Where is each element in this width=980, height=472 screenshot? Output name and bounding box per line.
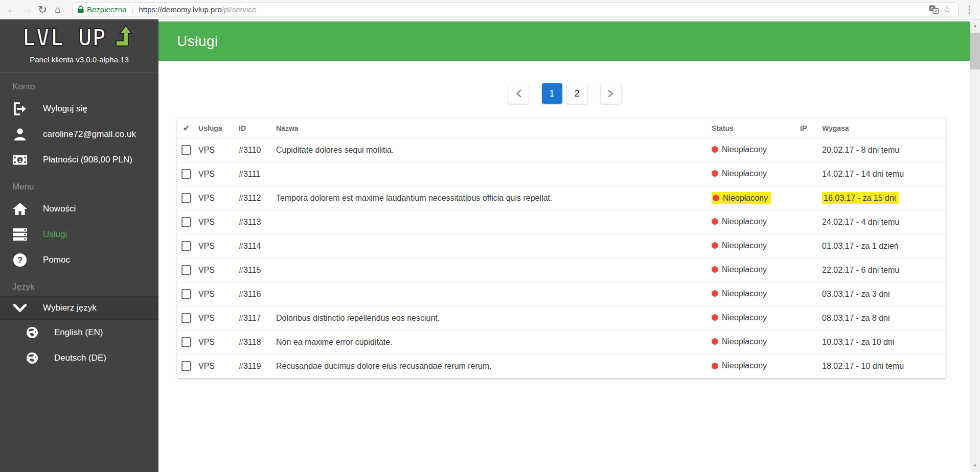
pagination-next-button[interactable] [601, 83, 621, 104]
col-id: ID [239, 119, 276, 138]
pagination: 1 2 [158, 83, 970, 104]
service-type: VPS [198, 162, 239, 186]
row-checkbox[interactable] [181, 361, 191, 371]
sidebar-item-logout[interactable]: Wyloguj się [0, 96, 158, 122]
row-checkbox[interactable] [181, 337, 191, 347]
status-badge: Nieopłacony [712, 192, 771, 204]
page-header: Usługi [158, 21, 970, 61]
sidebar-item-label: Wyloguj się [43, 104, 87, 114]
translate-icon[interactable]: G [927, 5, 940, 14]
chevron-left-icon [515, 89, 521, 98]
status-dot-icon [712, 146, 718, 153]
sidebar-item-help[interactable]: ? Pomoc [0, 247, 158, 273]
home-chrome-icon[interactable]: ⌂ [50, 2, 65, 17]
pagination-pages: 1 2 [542, 83, 587, 104]
sidebar-item-services[interactable]: Usługi [0, 222, 158, 247]
service-type: VPS [198, 186, 239, 210]
col-name: Nazwa [276, 119, 712, 138]
user-icon [12, 127, 28, 141]
service-name [276, 258, 712, 282]
row-checkbox[interactable] [181, 145, 191, 155]
sidebar-item-payments[interactable]: 1 Płatności (908,00 PLN) [0, 147, 158, 173]
status-label: Nieopłacony [722, 313, 767, 322]
row-checkbox[interactable] [181, 169, 191, 179]
pagination-prev-button[interactable] [508, 83, 529, 104]
service-ip [800, 186, 822, 210]
service-name [276, 162, 712, 186]
col-service: Usługa [198, 119, 239, 138]
browser-menu-icon[interactable]: ⋮ [963, 4, 976, 15]
sidebar-item-lang-english[interactable]: English (EN) [0, 320, 158, 345]
pagination-page-1[interactable]: 1 [542, 83, 562, 104]
main-content: Usługi 1 2 [158, 19, 970, 472]
service-id: #3110 [239, 138, 276, 162]
payments-icon: 1 [12, 154, 28, 166]
sidebar-item-news[interactable]: Nowości [0, 196, 158, 222]
status-badge: Nieopłacony [712, 289, 767, 298]
col-status: Status [712, 119, 800, 138]
address-bar[interactable]: Bezpieczna | https://demomy.lvlup.pro/pl… [73, 3, 959, 16]
service-expires: 22.02.17 - 6 dni temu [822, 266, 899, 274]
sidebar-item-account-email[interactable]: caroline72@gmail.co.uk [0, 122, 158, 147]
logo[interactable]: LVL UP Panel klienta v3.0.0-alpha.13 [0, 19, 158, 64]
status-dot-icon [712, 290, 718, 297]
table-row[interactable]: VPS #3118 Non ea maxime error cupiditate… [177, 330, 946, 354]
pagination-page-2[interactable]: 2 [567, 83, 587, 104]
forward-icon[interactable]: → [19, 2, 35, 17]
service-ip [800, 258, 822, 282]
status-dot-icon [712, 338, 718, 345]
status-label: Nieopłacony [723, 194, 768, 203]
table-row[interactable]: VPS #3114 Nieopłacony 01.03.17 - za 1 dz… [177, 234, 946, 258]
row-checkbox[interactable] [181, 289, 191, 299]
row-checkbox[interactable] [181, 193, 191, 203]
sidebar: LVL UP Panel klienta v3.0.0-alpha.13 Kon… [0, 19, 158, 472]
table-row[interactable]: VPS #3115 Nieopłacony 22.02.17 - 6 dni t… [177, 258, 946, 282]
status-badge: Nieopłacony [712, 145, 767, 154]
row-checkbox[interactable] [181, 241, 191, 251]
bookmark-star-icon[interactable]: ☆ [940, 4, 953, 15]
service-type: VPS [198, 234, 239, 258]
service-name: Tempora dolorem est maxime laudantium ne… [276, 186, 712, 210]
row-checkbox[interactable] [181, 313, 191, 323]
service-expires: 24.02.17 - 4 dni temu [822, 218, 899, 226]
back-icon[interactable]: ← [4, 2, 19, 17]
scroll-down-icon[interactable]: ▼ [970, 463, 980, 468]
table-row[interactable]: VPS #3119 Recusandae ducimus dolore eius… [177, 354, 946, 378]
table-row[interactable]: VPS #3117 Doloribus distinctio repellend… [177, 306, 946, 330]
table-row[interactable]: VPS #3112 Tempora dolorem est maxime lau… [177, 186, 946, 210]
logo-arrow-icon [116, 26, 132, 46]
service-id: #3114 [239, 234, 276, 258]
table-row[interactable]: VPS #3111 Nieopłacony 14.02.17 - 14 dni … [177, 162, 946, 186]
browser-toolbar: ← → ↻ ⌂ Bezpieczna | https://demomy.lvlu… [0, 0, 980, 19]
service-id: #3117 [239, 306, 276, 330]
page-scrollbar[interactable]: ▲ ▼ [970, 19, 980, 472]
services-card: ✔ Usługa ID Nazwa Status IP Wygasa VPS #… [177, 119, 946, 378]
row-checkbox[interactable] [181, 217, 191, 227]
service-name: Non ea maxime error cupiditate. [276, 330, 712, 354]
reload-icon[interactable]: ↻ [35, 2, 50, 17]
status-badge: Nieopłacony [712, 169, 767, 178]
service-type: VPS [198, 330, 239, 354]
table-row[interactable]: VPS #3110 Cupiditate dolores sequi molli… [177, 138, 946, 162]
sidebar-item-label: Usługi [43, 229, 67, 240]
scroll-up-icon[interactable]: ▲ [970, 23, 980, 28]
sidebar-item-lang-german[interactable]: Deutsch (DE) [0, 345, 158, 371]
table-row[interactable]: VPS #3116 Nieopłacony 03.03.17 - za 3 dn… [177, 282, 946, 306]
service-id: #3112 [239, 186, 276, 210]
secure-indicator[interactable]: Bezpieczna [78, 5, 127, 14]
sidebar-item-choose-language[interactable]: Wybierz język [0, 296, 158, 320]
section-jezyk: Język [0, 273, 158, 296]
status-label: Nieopłacony [722, 265, 767, 274]
status-badge: Nieopłacony [712, 265, 767, 274]
scrollbar-thumb[interactable] [970, 33, 980, 69]
service-type: VPS [198, 354, 239, 378]
services-table: ✔ Usługa ID Nazwa Status IP Wygasa VPS #… [177, 119, 946, 378]
service-ip [800, 306, 822, 330]
status-dot-icon [712, 218, 718, 225]
table-row[interactable]: VPS #3113 Nieopłacony 24.02.17 - 4 dni t… [177, 210, 946, 234]
services-icon [12, 228, 28, 241]
table-header-row: ✔ Usługa ID Nazwa Status IP Wygasa [177, 119, 946, 138]
status-label: Nieopłacony [722, 241, 767, 250]
row-checkbox[interactable] [181, 265, 191, 275]
status-badge: Nieopłacony [712, 361, 767, 370]
